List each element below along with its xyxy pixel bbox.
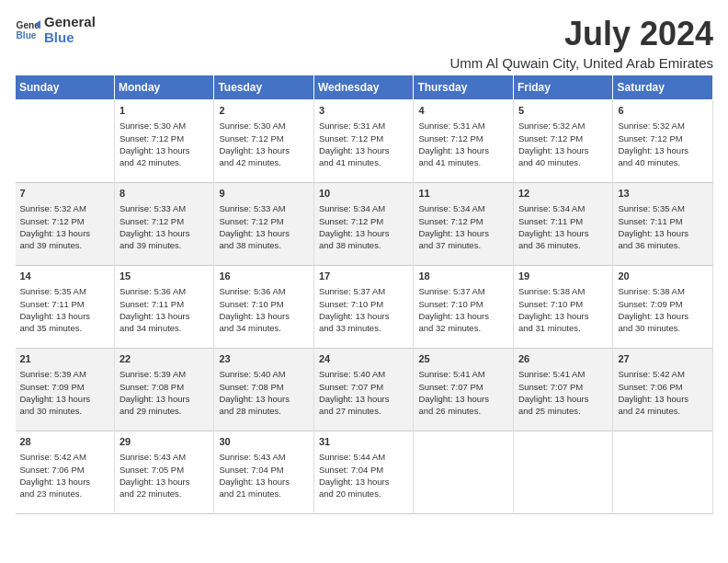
day-info: Sunrise: 5:33 AMSunset: 7:12 PMDaylight:… xyxy=(119,202,210,251)
day-number: 1 xyxy=(119,104,210,118)
day-number: 24 xyxy=(319,352,409,366)
header-saturday: Saturday xyxy=(613,75,713,100)
day-cell: 10Sunrise: 5:34 AMSunset: 7:12 PMDayligh… xyxy=(313,183,414,266)
day-cell: 20Sunrise: 5:38 AMSunset: 7:09 PMDayligh… xyxy=(613,266,713,349)
page-header: General Blue General Blue July 2024 Umm … xyxy=(15,15,713,71)
week-row-5: 28Sunrise: 5:42 AMSunset: 7:06 PMDayligh… xyxy=(16,431,713,514)
day-cell: 25Sunrise: 5:41 AMSunset: 7:07 PMDayligh… xyxy=(414,349,514,431)
week-row-1: 1Sunrise: 5:30 AMSunset: 7:12 PMDaylight… xyxy=(16,100,713,183)
day-cell: 30Sunrise: 5:43 AMSunset: 7:04 PMDayligh… xyxy=(214,431,314,514)
day-cell: 27Sunrise: 5:42 AMSunset: 7:06 PMDayligh… xyxy=(613,349,713,431)
day-cell: 17Sunrise: 5:37 AMSunset: 7:10 PMDayligh… xyxy=(313,266,414,349)
day-number: 18 xyxy=(418,270,508,283)
day-cell: 7Sunrise: 5:32 AMSunset: 7:12 PMDaylight… xyxy=(16,183,115,266)
calendar-table: SundayMondayTuesdayWednesdayThursdayFrid… xyxy=(15,75,713,514)
day-cell: 16Sunrise: 5:36 AMSunset: 7:10 PMDayligh… xyxy=(214,266,314,349)
day-number: 10 xyxy=(319,187,409,201)
day-info: Sunrise: 5:35 AMSunset: 7:11 PMDaylight:… xyxy=(20,285,109,334)
day-info: Sunrise: 5:35 AMSunset: 7:11 PMDaylight:… xyxy=(618,202,708,251)
week-row-3: 14Sunrise: 5:35 AMSunset: 7:11 PMDayligh… xyxy=(16,266,713,349)
week-row-2: 7Sunrise: 5:32 AMSunset: 7:12 PMDaylight… xyxy=(16,183,713,266)
day-cell: 31Sunrise: 5:44 AMSunset: 7:04 PMDayligh… xyxy=(313,431,414,514)
day-cell xyxy=(16,100,115,183)
day-info: Sunrise: 5:43 AMSunset: 7:04 PMDaylight:… xyxy=(219,451,309,500)
day-number: 8 xyxy=(119,187,210,201)
day-number: 30 xyxy=(219,435,309,449)
day-number: 2 xyxy=(219,104,309,118)
day-cell: 9Sunrise: 5:33 AMSunset: 7:12 PMDaylight… xyxy=(214,183,314,266)
day-cell: 1Sunrise: 5:30 AMSunset: 7:12 PMDaylight… xyxy=(114,100,214,183)
day-cell: 29Sunrise: 5:43 AMSunset: 7:05 PMDayligh… xyxy=(114,431,214,514)
day-info: Sunrise: 5:39 AMSunset: 7:09 PMDaylight:… xyxy=(20,368,109,417)
day-number: 4 xyxy=(418,104,508,118)
day-info: Sunrise: 5:38 AMSunset: 7:09 PMDaylight:… xyxy=(618,285,708,334)
day-number: 27 xyxy=(618,352,708,366)
day-info: Sunrise: 5:38 AMSunset: 7:10 PMDaylight:… xyxy=(518,285,609,334)
day-info: Sunrise: 5:37 AMSunset: 7:10 PMDaylight:… xyxy=(418,285,508,334)
day-cell xyxy=(513,431,613,514)
day-cell: 6Sunrise: 5:32 AMSunset: 7:12 PMDaylight… xyxy=(613,100,713,183)
day-info: Sunrise: 5:30 AMSunset: 7:12 PMDaylight:… xyxy=(219,120,309,168)
day-info: Sunrise: 5:34 AMSunset: 7:12 PMDaylight:… xyxy=(418,202,508,251)
header-wednesday: Wednesday xyxy=(313,75,414,100)
day-number: 16 xyxy=(219,270,309,283)
day-info: Sunrise: 5:44 AMSunset: 7:04 PMDaylight:… xyxy=(319,451,409,500)
header-sunday: Sunday xyxy=(16,75,115,100)
day-info: Sunrise: 5:36 AMSunset: 7:10 PMDaylight:… xyxy=(219,285,309,334)
day-info: Sunrise: 5:31 AMSunset: 7:12 PMDaylight:… xyxy=(418,120,508,168)
day-number: 23 xyxy=(219,352,309,366)
header-thursday: Thursday xyxy=(414,75,514,100)
day-cell: 21Sunrise: 5:39 AMSunset: 7:09 PMDayligh… xyxy=(16,349,115,431)
day-info: Sunrise: 5:36 AMSunset: 7:11 PMDaylight:… xyxy=(119,285,210,334)
header-tuesday: Tuesday xyxy=(214,75,314,100)
day-number: 26 xyxy=(518,352,609,366)
day-cell: 23Sunrise: 5:40 AMSunset: 7:08 PMDayligh… xyxy=(214,349,314,431)
day-number: 14 xyxy=(20,270,109,283)
day-cell: 22Sunrise: 5:39 AMSunset: 7:08 PMDayligh… xyxy=(114,349,214,431)
day-number: 5 xyxy=(518,104,609,118)
day-number: 11 xyxy=(418,187,508,201)
header-friday: Friday xyxy=(513,75,613,100)
day-cell: 5Sunrise: 5:32 AMSunset: 7:12 PMDaylight… xyxy=(513,100,613,183)
day-cell: 11Sunrise: 5:34 AMSunset: 7:12 PMDayligh… xyxy=(414,183,514,266)
day-cell: 18Sunrise: 5:37 AMSunset: 7:10 PMDayligh… xyxy=(414,266,514,349)
day-info: Sunrise: 5:31 AMSunset: 7:12 PMDaylight:… xyxy=(319,120,409,168)
day-cell: 4Sunrise: 5:31 AMSunset: 7:12 PMDaylight… xyxy=(414,100,514,183)
day-number: 28 xyxy=(20,435,109,449)
header-monday: Monday xyxy=(114,75,214,100)
day-number: 13 xyxy=(618,187,708,201)
day-cell xyxy=(414,431,514,514)
day-cell: 12Sunrise: 5:34 AMSunset: 7:11 PMDayligh… xyxy=(513,183,613,266)
day-info: Sunrise: 5:40 AMSunset: 7:07 PMDaylight:… xyxy=(319,368,409,417)
day-info: Sunrise: 5:34 AMSunset: 7:11 PMDaylight:… xyxy=(518,202,609,251)
day-info: Sunrise: 5:32 AMSunset: 7:12 PMDaylight:… xyxy=(518,120,609,168)
svg-text:Blue: Blue xyxy=(17,30,37,40)
day-number: 3 xyxy=(319,104,409,118)
title-section: July 2024 Umm Al Quwain City, United Ara… xyxy=(450,15,713,71)
day-info: Sunrise: 5:42 AMSunset: 7:06 PMDaylight:… xyxy=(20,451,109,500)
day-number: 17 xyxy=(319,270,409,283)
day-number: 22 xyxy=(119,352,210,366)
logo-icon: General Blue xyxy=(15,17,40,43)
location-title: Umm Al Quwain City, United Arab Emirates xyxy=(450,55,713,71)
day-info: Sunrise: 5:30 AMSunset: 7:12 PMDaylight:… xyxy=(119,120,210,168)
day-number: 7 xyxy=(20,187,109,201)
month-title: July 2024 xyxy=(450,15,713,53)
day-number: 19 xyxy=(518,270,609,283)
day-number: 6 xyxy=(618,104,708,118)
day-cell: 15Sunrise: 5:36 AMSunset: 7:11 PMDayligh… xyxy=(114,266,214,349)
week-row-4: 21Sunrise: 5:39 AMSunset: 7:09 PMDayligh… xyxy=(16,349,713,431)
day-info: Sunrise: 5:41 AMSunset: 7:07 PMDaylight:… xyxy=(418,368,508,417)
day-info: Sunrise: 5:37 AMSunset: 7:10 PMDaylight:… xyxy=(319,285,409,334)
logo: General Blue General Blue xyxy=(15,15,96,45)
day-cell: 24Sunrise: 5:40 AMSunset: 7:07 PMDayligh… xyxy=(313,349,414,431)
day-info: Sunrise: 5:34 AMSunset: 7:12 PMDaylight:… xyxy=(319,202,409,251)
logo-text-general: General xyxy=(44,15,96,30)
day-info: Sunrise: 5:33 AMSunset: 7:12 PMDaylight:… xyxy=(219,202,309,251)
day-number: 20 xyxy=(618,270,708,283)
logo-text-blue: Blue xyxy=(44,30,96,46)
day-number: 12 xyxy=(518,187,609,201)
day-cell: 19Sunrise: 5:38 AMSunset: 7:10 PMDayligh… xyxy=(513,266,613,349)
day-cell: 8Sunrise: 5:33 AMSunset: 7:12 PMDaylight… xyxy=(114,183,214,266)
day-info: Sunrise: 5:42 AMSunset: 7:06 PMDaylight:… xyxy=(618,368,708,417)
